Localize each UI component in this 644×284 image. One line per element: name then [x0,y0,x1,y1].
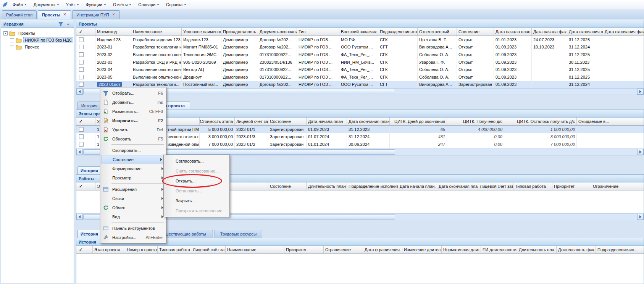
menu-item[interactable]: Добавить...Ins [101,98,166,107]
tree-node[interactable]: -Проекты [2,30,73,37]
column-header[interactable]: ЕИ длительности [481,246,517,253]
menu-item[interactable]: Скопировать... [101,146,166,155]
column-header[interactable]: Состояние [268,118,307,125]
close-icon[interactable]: ✕ [63,13,67,17]
column-header[interactable]: Длительность пла... [517,246,557,253]
section-tab[interactable]: История [77,230,101,238]
menu-item[interactable]: Размножить...Ctrl+F3 [101,107,166,116]
column-header[interactable]: Типовая работа [158,246,191,253]
menu-item[interactable]: Расширения [101,185,166,194]
collapse-panel-button[interactable]: « [65,21,71,27]
column-header[interactable]: Дата начала план. [494,28,532,36]
submenu-item[interactable]: Закрыть... [164,196,229,206]
column-header[interactable]: ✓ [76,246,93,253]
column-header[interactable]: Дата окончания план [347,118,390,125]
column-header[interactable]: Номер в проекте [125,246,158,253]
column-header[interactable]: Нормативная длит... [442,246,481,253]
column-header[interactable]: Стоимость этапа [200,118,235,125]
section-tab[interactable]: История [77,166,101,174]
column-header[interactable]: Внешний заказчик [339,28,378,36]
column-header[interactable]: ✓ [76,182,95,190]
submenu-item[interactable]: Прекратить исполнение... [164,206,229,216]
column-header[interactable]: Ограничение [591,182,644,190]
main-tab[interactable]: Рабочий стол [2,10,37,19]
filter-icon[interactable] [58,21,64,27]
menu-item[interactable]: Настройки...Alt+Enter [101,233,166,242]
section-tab[interactable]: Трудовые ресурсы [215,230,262,238]
menu-item[interactable]: Отобрать...F6 [101,89,166,98]
menu-item[interactable]: Формирование [101,164,166,173]
scroll-left-icon[interactable] [76,89,83,95]
scroll-left-icon[interactable] [76,214,83,220]
submenu-item[interactable]: Открыть... [164,176,229,186]
menu-item[interactable]: Вид [101,212,166,221]
column-header[interactable]: ✓ [76,118,95,125]
menu-item[interactable]: ОбновитьF5 [101,134,166,144]
table-row[interactable]: 2023-05Выполнение опытно-конс...Дредноут… [76,73,644,81]
column-header[interactable]: Ожидаемые в... [577,118,644,125]
table-row[interactable]: 2023-03Разработка ЭКД и РКД н...905-U020… [76,58,644,66]
tree-expander-icon[interactable]: - [3,31,8,36]
menubar-item[interactable]: Учёт [63,0,82,9]
column-header[interactable]: ЦИТК. Осталось получить д/с [504,118,577,125]
column-header[interactable]: Типовая работа [513,182,552,190]
row-checkbox[interactable] [79,142,84,147]
column-header[interactable]: Лицевой счёт затрат [235,118,268,125]
column-header[interactable]: Тип [297,28,339,36]
column-header[interactable]: Подразделение-исполнитель... [347,182,398,190]
column-header[interactable]: Изменение длител... [402,246,442,253]
row-checkbox[interactable] [79,75,84,79]
menu-item[interactable]: Панель инструментов [101,224,166,233]
scroll-right-icon[interactable] [637,89,644,95]
column-header[interactable]: Мнемокод [95,28,131,36]
main-tab[interactable]: Инструкции ПУП✕ [72,10,120,19]
column-header[interactable]: Условное наименован... [182,28,221,36]
menubar-item[interactable]: Словари [135,0,163,9]
column-header[interactable]: Этап проекта [93,246,125,253]
column-header[interactable]: Дата начала факт. [532,28,567,36]
tree-node[interactable]: Прочее [2,44,73,50]
column-header[interactable]: Ограничение [324,246,363,253]
menubar-item[interactable]: Справка [163,0,190,9]
column-header[interactable]: Приоритет [284,246,324,253]
column-header[interactable]: Состояние [268,182,307,190]
row-checkbox[interactable] [79,45,84,49]
column-header[interactable]: Принадлежность [221,28,258,36]
column-header[interactable]: Подразделение-отв... [378,28,418,36]
table-row[interactable]: 2023-02Выполнение опытно-конс...Технолог… [76,51,644,58]
scroll-left-icon[interactable] [76,149,83,155]
section-tab[interactable]: История [77,102,101,110]
submenu-item[interactable]: Согласовать... [164,156,229,166]
column-header[interactable]: Дата начала план. [398,182,437,190]
scroll-right-icon[interactable] [637,214,644,220]
column-header[interactable]: ✓ [76,28,95,36]
column-header[interactable]: Приоритет [552,182,591,190]
column-header[interactable]: Дата окончания пла... [567,28,603,36]
table-row[interactable]: 2023-01Разработка технологии и...Магнит … [76,44,644,51]
scroll-right-icon[interactable] [637,149,644,155]
column-header[interactable]: Лицевой счёт затр... [478,182,513,190]
menu-item[interactable]: Обмен [101,203,166,212]
row-checkbox[interactable] [79,127,84,132]
tree-expander-icon[interactable] [10,38,14,42]
menubar-item[interactable]: Файл [9,0,30,9]
column-header[interactable]: Лицевой счёт затр... [191,246,226,253]
menubar-item[interactable]: Документы [30,0,63,9]
tree-expander-icon[interactable] [10,45,14,49]
column-header[interactable]: ЦИТК. Получено д/с [447,118,504,125]
close-icon[interactable]: ✕ [111,13,116,17]
row-checkbox[interactable] [79,82,84,87]
column-header[interactable]: Ответственный [418,28,457,36]
column-header[interactable]: Дата ограничения [363,246,402,253]
column-header[interactable]: Наименование [131,28,182,36]
column-header[interactable]: Длительность фак... [557,246,596,253]
main-tab[interactable]: Проекты✕ [38,10,71,19]
table-row[interactable]: 2023-04Выполнение опытно-конс...Вектор-А… [76,66,644,73]
column-header[interactable]: ЦИТК. Дней до окончания [390,118,447,125]
column-header[interactable]: Дата окончания фак... [603,28,644,36]
column-header[interactable]: Подразделение-ис... [596,246,644,253]
row-checkbox[interactable] [79,60,84,65]
row-checkbox[interactable] [79,52,84,57]
column-header[interactable]: Дата окончания план [437,182,478,190]
menubar-item[interactable]: Функции [82,0,110,9]
